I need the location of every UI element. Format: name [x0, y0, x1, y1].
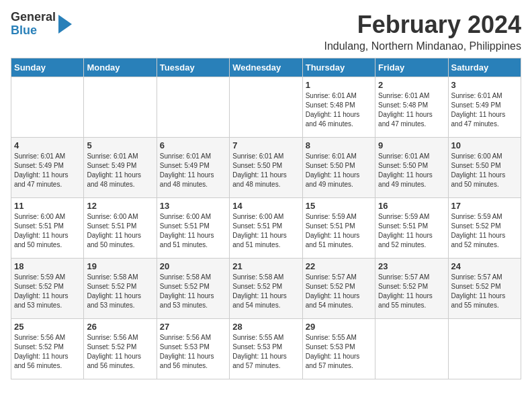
- cell-day-number: 12: [87, 201, 153, 211]
- calendar-cell: 8Sunrise: 6:01 AM Sunset: 5:50 PM Daylig…: [302, 138, 375, 198]
- cell-info: Sunrise: 5:56 AM Sunset: 5:53 PM Dayligh…: [160, 333, 226, 371]
- cell-day-number: 29: [306, 322, 372, 332]
- calendar-cell: 27Sunrise: 5:56 AM Sunset: 5:53 PM Dayli…: [157, 319, 229, 379]
- header-cell-tuesday: Tuesday: [157, 58, 229, 77]
- calendar-cell: 20Sunrise: 5:58 AM Sunset: 5:52 PM Dayli…: [157, 259, 229, 319]
- cell-day-number: 4: [14, 140, 81, 150]
- calendar-cell: [230, 77, 302, 138]
- week-row-1: 1Sunrise: 6:01 AM Sunset: 5:48 PM Daylig…: [11, 77, 521, 138]
- calendar-cell: 24Sunrise: 5:57 AM Sunset: 5:52 PM Dayli…: [448, 259, 521, 319]
- header-cell-sunday: Sunday: [11, 58, 84, 77]
- calendar-cell: 15Sunrise: 5:59 AM Sunset: 5:51 PM Dayli…: [302, 198, 375, 259]
- cell-info: Sunrise: 5:58 AM Sunset: 5:52 PM Dayligh…: [160, 273, 226, 310]
- cell-info: Sunrise: 5:55 AM Sunset: 5:53 PM Dayligh…: [232, 333, 299, 371]
- cell-day-number: 9: [378, 140, 445, 150]
- cell-info: Sunrise: 6:01 AM Sunset: 5:49 PM Dayligh…: [87, 152, 153, 189]
- cell-info: Sunrise: 5:56 AM Sunset: 5:52 PM Dayligh…: [87, 333, 153, 371]
- logo-blue: Blue: [11, 24, 37, 37]
- cell-info: Sunrise: 6:00 AM Sunset: 5:51 PM Dayligh…: [87, 212, 153, 250]
- cell-info: Sunrise: 6:01 AM Sunset: 5:50 PM Dayligh…: [306, 152, 372, 189]
- cell-day-number: 23: [378, 261, 445, 271]
- calendar-cell: [375, 319, 448, 379]
- cell-day-number: 6: [160, 140, 226, 150]
- calendar-cell: 1Sunrise: 6:01 AM Sunset: 5:48 PM Daylig…: [302, 77, 375, 138]
- cell-info: Sunrise: 5:56 AM Sunset: 5:52 PM Dayligh…: [14, 333, 81, 371]
- cell-day-number: 19: [87, 261, 153, 271]
- cell-info: Sunrise: 6:01 AM Sunset: 5:49 PM Dayligh…: [451, 91, 518, 129]
- cell-day-number: 2: [378, 80, 445, 90]
- cell-day-number: 16: [378, 201, 445, 211]
- calendar-cell: 5Sunrise: 6:01 AM Sunset: 5:49 PM Daylig…: [84, 138, 157, 198]
- header-cell-friday: Friday: [375, 58, 448, 77]
- cell-info: Sunrise: 6:01 AM Sunset: 5:50 PM Dayligh…: [232, 152, 299, 189]
- cell-info: Sunrise: 5:57 AM Sunset: 5:52 PM Dayligh…: [306, 273, 372, 310]
- cell-day-number: 21: [232, 261, 299, 271]
- cell-info: Sunrise: 5:59 AM Sunset: 5:51 PM Dayligh…: [378, 212, 445, 250]
- cell-info: Sunrise: 6:01 AM Sunset: 5:48 PM Dayligh…: [306, 91, 372, 129]
- calendar-cell: [448, 319, 521, 379]
- cell-info: Sunrise: 6:00 AM Sunset: 5:51 PM Dayligh…: [232, 212, 299, 250]
- calendar-cell: 26Sunrise: 5:56 AM Sunset: 5:52 PM Dayli…: [84, 319, 157, 379]
- cell-day-number: 15: [306, 201, 372, 211]
- week-row-2: 4Sunrise: 6:01 AM Sunset: 5:49 PM Daylig…: [11, 138, 521, 198]
- calendar-cell: 21Sunrise: 5:58 AM Sunset: 5:52 PM Dayli…: [230, 259, 302, 319]
- calendar-cell: 18Sunrise: 5:59 AM Sunset: 5:52 PM Dayli…: [11, 259, 84, 319]
- calendar-cell: 3Sunrise: 6:01 AM Sunset: 5:49 PM Daylig…: [448, 77, 521, 138]
- title-area: February 2024 Indulang, Northern Mindana…: [324, 11, 521, 52]
- cell-info: Sunrise: 6:01 AM Sunset: 5:50 PM Dayligh…: [378, 152, 445, 189]
- week-row-5: 25Sunrise: 5:56 AM Sunset: 5:52 PM Dayli…: [11, 319, 521, 379]
- header-cell-wednesday: Wednesday: [230, 58, 302, 77]
- calendar-cell: [84, 77, 157, 138]
- svg-marker-0: [58, 15, 72, 34]
- cell-day-number: 18: [14, 261, 81, 271]
- cell-day-number: 13: [160, 201, 226, 211]
- cell-day-number: 25: [14, 322, 81, 332]
- cell-day-number: 17: [451, 201, 518, 211]
- cell-info: Sunrise: 5:58 AM Sunset: 5:52 PM Dayligh…: [87, 273, 153, 310]
- cell-info: Sunrise: 5:58 AM Sunset: 5:52 PM Dayligh…: [232, 273, 299, 310]
- cell-info: Sunrise: 6:01 AM Sunset: 5:49 PM Dayligh…: [14, 152, 81, 189]
- cell-info: Sunrise: 5:57 AM Sunset: 5:52 PM Dayligh…: [451, 273, 518, 310]
- cell-info: Sunrise: 5:57 AM Sunset: 5:52 PM Dayligh…: [378, 273, 445, 310]
- header-cell-thursday: Thursday: [302, 58, 375, 77]
- calendar-cell: 4Sunrise: 6:01 AM Sunset: 5:49 PM Daylig…: [11, 138, 84, 198]
- cell-day-number: 11: [14, 201, 81, 211]
- calendar-cell: 6Sunrise: 6:01 AM Sunset: 5:49 PM Daylig…: [157, 138, 229, 198]
- calendar-cell: 2Sunrise: 6:01 AM Sunset: 5:48 PM Daylig…: [375, 77, 448, 138]
- week-row-3: 11Sunrise: 6:00 AM Sunset: 5:51 PM Dayli…: [11, 198, 521, 259]
- header-cell-saturday: Saturday: [448, 58, 521, 77]
- calendar-cell: 17Sunrise: 5:59 AM Sunset: 5:52 PM Dayli…: [448, 198, 521, 259]
- cell-day-number: 7: [232, 140, 299, 150]
- calendar-cell: 12Sunrise: 6:00 AM Sunset: 5:51 PM Dayli…: [84, 198, 157, 259]
- logo-text: General Blue: [11, 11, 56, 38]
- calendar-cell: 7Sunrise: 6:01 AM Sunset: 5:50 PM Daylig…: [230, 138, 302, 198]
- page-header: General Blue February 2024 Indulang, Nor…: [11, 11, 521, 52]
- logo-icon: [58, 15, 72, 34]
- cell-day-number: 5: [87, 140, 153, 150]
- week-row-4: 18Sunrise: 5:59 AM Sunset: 5:52 PM Dayli…: [11, 259, 521, 319]
- logo-general: General: [11, 10, 56, 24]
- calendar-cell: 11Sunrise: 6:00 AM Sunset: 5:51 PM Dayli…: [11, 198, 84, 259]
- cell-info: Sunrise: 5:59 AM Sunset: 5:51 PM Dayligh…: [306, 212, 372, 250]
- header-row: SundayMondayTuesdayWednesdayThursdayFrid…: [11, 58, 521, 77]
- calendar-cell: 19Sunrise: 5:58 AM Sunset: 5:52 PM Dayli…: [84, 259, 157, 319]
- calendar-cell: 22Sunrise: 5:57 AM Sunset: 5:52 PM Dayli…: [302, 259, 375, 319]
- calendar-cell: [11, 77, 84, 138]
- calendar-cell: 23Sunrise: 5:57 AM Sunset: 5:52 PM Dayli…: [375, 259, 448, 319]
- calendar-cell: 14Sunrise: 6:00 AM Sunset: 5:51 PM Dayli…: [230, 198, 302, 259]
- cell-day-number: 24: [451, 261, 518, 271]
- cell-day-number: 10: [451, 140, 518, 150]
- cell-info: Sunrise: 5:59 AM Sunset: 5:52 PM Dayligh…: [14, 273, 81, 310]
- cell-info: Sunrise: 6:00 AM Sunset: 5:51 PM Dayligh…: [14, 212, 81, 250]
- logo: General Blue: [11, 11, 72, 38]
- cell-info: Sunrise: 6:00 AM Sunset: 5:51 PM Dayligh…: [160, 212, 226, 250]
- calendar-cell: 10Sunrise: 6:00 AM Sunset: 5:50 PM Dayli…: [448, 138, 521, 198]
- location-title: Indulang, Northern Mindanao, Philippines: [324, 40, 521, 52]
- cell-day-number: 27: [160, 322, 226, 332]
- header-cell-monday: Monday: [84, 58, 157, 77]
- calendar-cell: 16Sunrise: 5:59 AM Sunset: 5:51 PM Dayli…: [375, 198, 448, 259]
- cell-day-number: 8: [306, 140, 372, 150]
- calendar-table: SundayMondayTuesdayWednesdayThursdayFrid…: [11, 58, 521, 379]
- cell-info: Sunrise: 6:00 AM Sunset: 5:50 PM Dayligh…: [451, 152, 518, 189]
- cell-day-number: 20: [160, 261, 226, 271]
